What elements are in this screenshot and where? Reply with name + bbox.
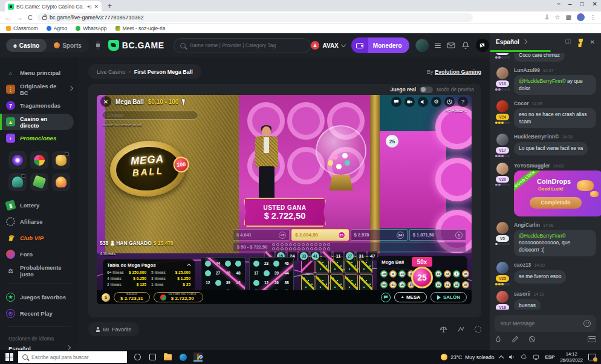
chat-message-input[interactable] [500, 320, 580, 327]
weather-widget[interactable]: 23°C Muy soleado [441, 354, 494, 360]
tab-audio-icon[interactable]: ◄) [86, 4, 91, 8]
game-search-input[interactable] [189, 42, 304, 48]
window-chevron-icon[interactable]: › [556, 3, 562, 5]
reload-icon[interactable]: C [28, 14, 33, 21]
url-input[interactable] [50, 15, 437, 21]
taskbar-search-input[interactable] [31, 354, 116, 360]
window-close-icon[interactable]: ✕ [593, 1, 597, 7]
browser-menu-icon[interactable]: ⋮ [590, 14, 596, 21]
taskbar-search[interactable] [18, 351, 127, 363]
chevron-right-icon[interactable] [522, 39, 527, 44]
currency-selector[interactable]: AVAX [311, 41, 345, 50]
avatar[interactable] [496, 100, 508, 112]
user-avatar[interactable] [415, 39, 429, 52]
settings-icon[interactable]: ⚙ [431, 97, 441, 107]
chat-username[interactable]: LunAzul99 [514, 67, 540, 73]
mail-icon[interactable] [447, 41, 455, 50]
forward-icon[interactable]: → [16, 14, 23, 21]
sidebar-collapse-button[interactable] [96, 41, 100, 50]
bookmark-whatsapp[interactable]: WhatsApp [76, 25, 106, 31]
chat-rules-icon[interactable]: ⓘ [565, 37, 571, 46]
notification-center-icon[interactable] [588, 354, 596, 360]
network-tray-icon[interactable] [533, 354, 539, 360]
new-tab-button[interactable]: + [108, 2, 112, 10]
wallet-button[interactable]: Monedero [351, 37, 409, 53]
promo-tile-rocket[interactable] [8, 173, 27, 191]
emoji-icon[interactable] [583, 320, 591, 327]
sidebar-item-afiliarse[interactable]: Afiliarse [0, 213, 79, 230]
bookmark-meet[interactable]: Meet - soz-uqie-ria [115, 25, 166, 31]
fairness-scale-icon[interactable] [440, 325, 447, 333]
chrome-icon[interactable] [193, 353, 203, 362]
window-minimize-icon[interactable]: – [568, 1, 572, 7]
start-button[interactable] [5, 353, 13, 361]
profile-menu-icon[interactable] [435, 43, 441, 48]
sidebar-item-juegos-favoritos[interactable]: ★Juegos favoritos [0, 289, 79, 305]
avatar[interactable] [496, 262, 508, 274]
game-close-icon[interactable]: ✕ [100, 96, 111, 107]
sidebar-item-menu-principal[interactable]: ⌂Menu principal [0, 65, 79, 81]
chat-language[interactable]: Español [496, 39, 519, 45]
promo-tile-champion[interactable] [52, 173, 70, 191]
sidebar-item-promociones[interactable]: ◗Promociones [0, 130, 79, 146]
promo-tile-tag[interactable] [30, 173, 48, 191]
nav-casino[interactable]: ♠Casino [6, 39, 47, 52]
task-view-icon[interactable] [148, 353, 157, 362]
game-chat-input[interactable] [107, 112, 193, 118]
sidebar-item-originales[interactable]: ⋮Originales de BC [0, 81, 79, 97]
loading-circle-icon[interactable] [475, 326, 481, 333]
moderation-icon[interactable] [528, 336, 536, 343]
nav-sports[interactable]: Sports [47, 39, 89, 52]
volume-icon[interactable] [418, 97, 428, 107]
avatar[interactable] [496, 163, 508, 175]
sidebar-item-foro[interactable]: Foro [0, 246, 79, 262]
promo-tile-wheel[interactable] [30, 151, 48, 169]
bell-icon[interactable] [461, 41, 470, 50]
dealer-chat-icon[interactable] [381, 293, 391, 302]
lobby-button[interactable]: SALÓN [430, 292, 467, 302]
add-table-button[interactable]: +MESA [394, 292, 427, 302]
chat-username[interactable]: Cocor [514, 100, 529, 106]
sidebar-item-lottery[interactable]: ▮Lottery [0, 197, 79, 213]
trophy-icon[interactable] [577, 39, 584, 45]
presenter-chat-icon[interactable] [391, 97, 401, 107]
sidebar-item-recent-play[interactable]: ◴Recent Play [0, 305, 79, 322]
rewards-card-icon[interactable] [588, 336, 596, 342]
chat-username[interactable]: sasorii [514, 291, 530, 297]
sidebar-item-probablemente-justo[interactable]: ⚖Probablemente justo [0, 262, 79, 279]
rules-pencil-icon[interactable] [512, 336, 519, 343]
url-field[interactable] [37, 13, 473, 22]
bookmark-star-icon[interactable]: ☆ [555, 14, 560, 21]
tab-close-icon[interactable]: ✕ [94, 4, 99, 10]
volume-tray-icon[interactable] [508, 354, 515, 360]
provider-link[interactable]: Evolution Gaming [435, 69, 481, 75]
browser-tab[interactable]: BC.Game: Crypto Casino Ga... ◄) ✕ [5, 1, 102, 11]
help-icon[interactable]: ? [458, 97, 468, 107]
chat-input-box[interactable] [495, 315, 596, 332]
sidebar-item-club-vip[interactable]: ♛Club VIP [0, 230, 79, 246]
browser-profile-avatar[interactable] [577, 13, 585, 21]
tray-expand-icon[interactable] [499, 356, 504, 360]
sidebar-language-selector[interactable]: Español [0, 343, 79, 350]
file-explorer-icon[interactable] [163, 353, 172, 362]
avatar[interactable] [496, 291, 508, 303]
window-maximize-icon[interactable]: □ [580, 1, 584, 7]
sidebar-item-tragamonedas[interactable]: 7Tragamonedas [0, 97, 79, 114]
chat-username[interactable]: YoYoSmuggler [514, 163, 550, 169]
chat-toggle-button[interactable] [476, 39, 489, 52]
chat-close-icon[interactable]: ✕ [590, 39, 595, 45]
chat-username[interactable]: caoz13 [514, 262, 531, 268]
language-indicator[interactable]: ESP [545, 354, 554, 360]
sidebar-item-casino-en-directo[interactable]: ▲Casino en directo [0, 114, 74, 130]
mention[interactable]: @HuckleBerryFinn© [519, 78, 566, 84]
coindrops-completed-button[interactable]: Completado [530, 197, 582, 209]
camera-icon[interactable] [404, 97, 415, 107]
demo-mode-label[interactable]: Modo de prueba [437, 86, 474, 93]
trend-icon[interactable] [457, 325, 465, 333]
coindrops-card[interactable]: GOOD LUCK CoinDrops Good Luck! Completad… [514, 171, 601, 216]
currency-coin-icon[interactable]: $ [102, 293, 110, 302]
avatar[interactable] [496, 67, 508, 79]
chat-username[interactable]: HuckleBerryFinn© [514, 134, 559, 140]
extensions-icon[interactable]: ▩ [566, 14, 571, 21]
onedrive-tray-icon[interactable] [521, 354, 527, 360]
